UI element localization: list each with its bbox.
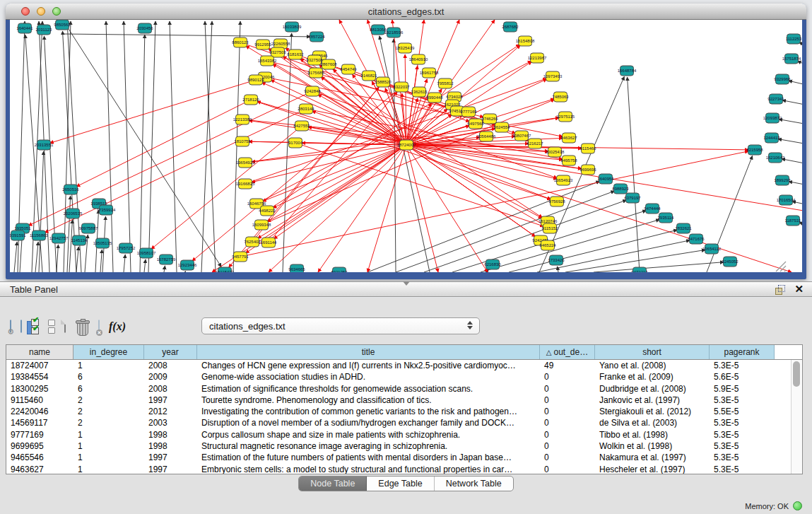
graph-node[interactable]: 7955812 (437, 78, 454, 88)
column-header-year[interactable]: year (144, 345, 197, 359)
graph-node[interactable]: 9495758 (560, 156, 577, 165)
graph-node[interactable]: 3624554 (493, 122, 510, 132)
citation-edge-black[interactable] (628, 77, 640, 272)
graph-node[interactable]: 1187531 (785, 216, 802, 226)
citation-edge-black[interactable] (164, 266, 165, 272)
table-panel-header[interactable]: Table Panel ✕ (0, 281, 812, 297)
graph-node[interactable]: 2718120 (242, 95, 259, 105)
graph-node[interactable]: 18640910 (409, 54, 428, 64)
tab-network-table[interactable]: Network Table (435, 477, 513, 491)
graph-node[interactable]: 12213389 (233, 115, 252, 124)
graph-node[interactable]: 1145134 (71, 235, 88, 245)
graph-node[interactable]: 17016504 (777, 195, 796, 205)
graph-node[interactable]: 917004 (288, 138, 303, 148)
citation-edge-black[interactable] (100, 250, 102, 272)
graph-node[interactable]: 8181632 (287, 49, 304, 59)
graph-node[interactable]: 8215958 (746, 145, 763, 155)
graph-node[interactable]: 7625402 (244, 237, 261, 247)
citation-edge-black[interactable] (789, 81, 802, 86)
table-row[interactable]: 1830029562008Estimation of significance … (6, 383, 791, 395)
graph-node[interactable]: 1899297 (774, 175, 791, 185)
function-builder-icon[interactable]: f(x) (109, 320, 126, 333)
row-height-icon[interactable] (48, 320, 55, 334)
graph-node[interactable]: 15751874 (782, 54, 801, 64)
graph-node[interactable]: 9391591 (10, 230, 26, 240)
column-chooser-icon[interactable] (20, 320, 22, 333)
citation-edge-red[interactable] (76, 103, 246, 187)
citation-edge-red[interactable] (411, 148, 543, 242)
graph-node[interactable]: 2803144 (298, 104, 314, 114)
table-selector-dropdown[interactable]: citations_edges.txt (201, 317, 480, 334)
graph-node[interactable]: 8454749 (340, 64, 357, 74)
scrollbar-thumb[interactable] (793, 361, 800, 387)
citation-edge-black[interactable] (35, 242, 38, 272)
graph-node[interactable]: 19166825 (236, 179, 255, 189)
graph-node[interactable]: 19218596 (384, 28, 404, 37)
graph-node[interactable]: 8988923 (612, 184, 629, 194)
tab-node-table[interactable]: Node Table (299, 477, 367, 491)
graph-node[interactable]: 20564486 (477, 132, 496, 141)
vertical-scrollbar[interactable] (791, 360, 802, 474)
graph-node[interactable]: 9912955 (254, 40, 271, 49)
graph-node[interactable]: 9115460 (580, 144, 597, 153)
citation-edge-red[interactable] (192, 90, 397, 261)
citation-edge-black[interactable] (76, 247, 78, 272)
graph-node[interactable]: 17359924 (97, 205, 116, 215)
graph-node[interactable]: 9699695 (579, 165, 596, 175)
graph-node[interactable]: 9850561 (54, 20, 71, 30)
column-header-in_degree[interactable]: in_degree (73, 345, 144, 359)
graph-node[interactable]: 1588520 (375, 77, 392, 87)
graph-node[interactable]: 16154808 (516, 36, 535, 46)
column-header-pagerank[interactable]: pagerank (710, 345, 775, 359)
graph-node[interactable]: 17957252 (117, 243, 136, 253)
citation-edge-red[interactable] (258, 148, 402, 238)
citation-edge-black[interactable] (481, 220, 659, 272)
close-panel-icon[interactable]: ✕ (794, 283, 804, 296)
graph-node[interactable]: 1733426 (548, 255, 565, 265)
citation-edge-black[interactable] (779, 119, 802, 125)
window-titlebar[interactable]: citations_edges.txt (6, 4, 806, 20)
graph-node[interactable]: 9756928 (548, 197, 565, 206)
citation-edge-black[interactable] (106, 21, 113, 272)
graph-node[interactable]: 11156863 (30, 230, 48, 240)
table-row[interactable]: 2242004622012Investigating the contribut… (6, 406, 791, 417)
graph-node[interactable]: 20313551 (35, 140, 54, 150)
graph-node[interactable]: 10973493 (543, 71, 563, 81)
citation-edge-black[interactable] (69, 220, 72, 272)
citation-edge-red[interactable] (269, 148, 402, 272)
graph-node[interactable]: 16961758 (420, 68, 439, 78)
graph-node[interactable]: 9146821 (360, 71, 377, 81)
canvas-resize-grip[interactable] (784, 270, 786, 271)
graph-node[interactable]: 9472214 (631, 267, 648, 272)
graph-node[interactable]: 1640954 (597, 174, 614, 184)
table-row[interactable]: 946362711997Embryonic stem cells: a mode… (6, 464, 791, 474)
citation-edge-black[interactable] (367, 181, 600, 272)
citation-edge-black[interactable] (124, 255, 125, 272)
graph-node[interactable]: 12942757 (49, 233, 69, 243)
citation-edge-black[interactable] (778, 139, 802, 145)
graph-node[interactable]: 6379197 (624, 193, 641, 203)
graph-node[interactable]: 6216217 (526, 139, 543, 148)
graph-node[interactable]: 1810755 (234, 136, 251, 146)
graph-node[interactable]: 8990448 (426, 93, 443, 103)
graph-node[interactable]: 2030456 (136, 23, 153, 33)
graph-node[interactable]: 12093872 (763, 113, 782, 123)
citation-edge-black[interactable] (558, 267, 558, 272)
graph-node[interactable]: 16099348 (252, 220, 271, 230)
table-row[interactable]: 911546021997Tourette syndrome. Phenomeno… (6, 395, 791, 406)
graph-node[interactable]: 7485063 (552, 92, 569, 102)
graph-node[interactable]: 8322037 (393, 82, 410, 92)
graph-node[interactable]: 2935114 (658, 213, 675, 223)
graph-node[interactable]: 10958107 (137, 248, 156, 258)
citation-edge-black[interactable] (64, 34, 310, 37)
graph-node[interactable]: 10654112 (702, 244, 722, 254)
citation-edge-red[interactable] (318, 150, 403, 272)
graph-node[interactable]: 12975115 (556, 112, 575, 122)
table-row[interactable]: 1938455462009Genome-wide association stu… (6, 371, 791, 382)
citation-edge-red[interactable] (257, 102, 551, 200)
delete-rows-icon[interactable] (75, 319, 89, 335)
graph-node[interactable]: 7832621 (675, 223, 692, 233)
graph-node[interactable]: 1112253 (786, 34, 802, 44)
graph-node[interactable]: 12213967 (528, 53, 547, 63)
citation-edge-black[interactable] (170, 21, 177, 272)
